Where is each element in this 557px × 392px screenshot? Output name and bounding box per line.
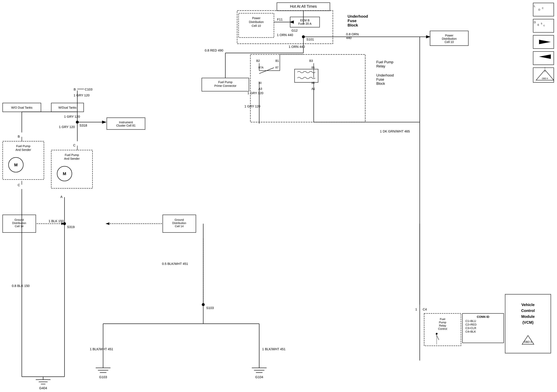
svg-text:Distribution: Distribution xyxy=(12,222,26,224)
svg-rect-181 xyxy=(533,3,554,16)
wiring-diagram: Hot At All Times Power Distribution Cell… xyxy=(0,0,557,392)
svg-text:1 BLK/WHT  451: 1 BLK/WHT 451 xyxy=(90,347,113,351)
svg-text:F11: F11 xyxy=(277,18,283,21)
svg-text:0.8 ORN: 0.8 ORN xyxy=(346,32,359,36)
svg-text:Ground: Ground xyxy=(14,218,24,221)
svg-text:OBD II: OBD II xyxy=(524,341,532,344)
svg-text:Power: Power xyxy=(252,16,261,20)
svg-text:Fuse 20 A: Fuse 20 A xyxy=(298,22,312,25)
svg-text:1 BLK  150: 1 BLK 150 xyxy=(49,219,64,223)
svg-text:G404: G404 xyxy=(39,386,47,390)
svg-text:Fuse: Fuse xyxy=(348,18,357,23)
svg-text:B: B xyxy=(18,135,20,138)
svg-text:B: B xyxy=(74,88,76,91)
svg-text:(VCM): (VCM) xyxy=(522,320,533,325)
svg-text:L: L xyxy=(534,5,535,8)
svg-text:Underhood: Underhood xyxy=(348,14,368,18)
svg-text:Cell 10: Cell 10 xyxy=(252,24,261,27)
svg-text:S103: S103 xyxy=(206,306,214,310)
svg-text:C1=BLU: C1=BLU xyxy=(465,320,476,323)
svg-text:M: M xyxy=(63,171,66,176)
svg-text:Block: Block xyxy=(376,81,385,86)
svg-text:Prime Connector: Prime Connector xyxy=(214,84,236,88)
svg-text:1 BLK/WHT  451: 1 BLK/WHT 451 xyxy=(262,347,286,351)
svg-text:M: M xyxy=(14,163,17,167)
svg-text:86: 86 xyxy=(311,81,315,84)
svg-rect-37 xyxy=(250,55,365,122)
svg-line-165 xyxy=(436,334,439,340)
svg-text:1 DK GRN/WHT 465: 1 DK GRN/WHT 465 xyxy=(380,129,410,133)
svg-text:ECM B: ECM B xyxy=(300,19,309,22)
svg-text:Fuel Pump: Fuel Pump xyxy=(376,60,393,64)
svg-text:Distribution: Distribution xyxy=(172,222,186,224)
svg-text:Cell 10: Cell 10 xyxy=(445,40,454,44)
svg-text:C3=CLR: C3=CLR xyxy=(465,327,476,330)
svg-text:440: 440 xyxy=(346,36,352,40)
svg-text:87: 87 xyxy=(275,66,278,69)
svg-text:G103: G103 xyxy=(99,375,107,379)
svg-text:A: A xyxy=(60,195,63,199)
svg-text:Pump: Pump xyxy=(439,321,446,324)
svg-text:W/O Dual Tanks: W/O Dual Tanks xyxy=(11,106,33,109)
svg-text:Underhood: Underhood xyxy=(376,73,394,77)
svg-text:C2=RED: C2=RED xyxy=(465,323,477,326)
svg-text:Distribution: Distribution xyxy=(249,20,264,24)
svg-text:D: D xyxy=(534,21,536,24)
svg-text:B3: B3 xyxy=(309,59,313,62)
svg-text:C: C xyxy=(73,144,75,147)
svg-text:1: 1 xyxy=(415,308,417,311)
svg-text:C4=BLK: C4=BLK xyxy=(465,330,476,333)
svg-text:Ground: Ground xyxy=(174,218,184,221)
svg-text:G12: G12 xyxy=(291,29,298,32)
wiring-svg: Hot At All Times Power Distribution Cell… xyxy=(0,0,557,392)
svg-text:And Sender: And Sender xyxy=(64,157,80,160)
svg-text:1 GRY  120: 1 GRY 120 xyxy=(59,125,75,129)
svg-text:W/Dual Tanks: W/Dual Tanks xyxy=(58,106,76,109)
svg-point-166 xyxy=(436,333,438,335)
svg-text:Cell 14: Cell 14 xyxy=(175,225,184,228)
svg-text:30: 30 xyxy=(258,81,262,84)
svg-text:0.5 BLK/WHT  451: 0.5 BLK/WHT 451 xyxy=(162,262,188,266)
svg-text:0.8 RED 490: 0.8 RED 490 xyxy=(205,48,223,52)
svg-text:Relay: Relay xyxy=(376,64,385,68)
svg-text:Cell 14: Cell 14 xyxy=(15,225,24,228)
svg-text:!: ! xyxy=(544,67,545,70)
svg-text:S319: S319 xyxy=(67,225,74,229)
svg-text:1 ORN 440: 1 ORN 440 xyxy=(289,45,305,48)
svg-text:Fuel: Fuel xyxy=(440,318,445,321)
svg-point-140 xyxy=(202,303,205,306)
svg-text:B1: B1 xyxy=(275,59,279,62)
svg-text:85: 85 xyxy=(311,66,315,69)
svg-text:Relay: Relay xyxy=(439,324,446,327)
hot-at-all-times-label: Hot At All Times xyxy=(290,4,317,8)
svg-text:A1: A1 xyxy=(311,87,315,90)
svg-text:S318: S318 xyxy=(80,124,87,127)
svg-text:Fuel Pump: Fuel Pump xyxy=(65,153,79,157)
svg-text:Control: Control xyxy=(438,327,447,330)
svg-text:1 GRY  120: 1 GRY 120 xyxy=(245,104,260,108)
svg-text:Fuse: Fuse xyxy=(376,77,384,81)
svg-text:OBD II: OBD II xyxy=(542,77,548,80)
svg-text:C: C xyxy=(543,24,545,27)
svg-text:Module: Module xyxy=(521,314,535,319)
svg-text:C: C xyxy=(542,7,543,9)
svg-text:Cluster Cell 81: Cluster Cell 81 xyxy=(116,124,136,127)
svg-text:Vehicle: Vehicle xyxy=(521,303,535,307)
svg-text:S: S xyxy=(541,22,542,25)
svg-text:Fuel Pump: Fuel Pump xyxy=(16,144,31,148)
svg-text:C: C xyxy=(18,183,20,187)
svg-text:Block: Block xyxy=(348,23,358,27)
svg-text:And Sender: And Sender xyxy=(16,148,31,152)
svg-text:Fuel Pump: Fuel Pump xyxy=(218,80,233,84)
svg-text:O: O xyxy=(538,8,540,11)
svg-text:E: E xyxy=(538,24,539,26)
svg-text:S101: S101 xyxy=(306,38,314,41)
svg-text:CONN ID: CONN ID xyxy=(477,315,489,319)
svg-text:C103: C103 xyxy=(85,88,92,91)
svg-text:Control: Control xyxy=(521,308,535,313)
svg-text:1 GRY  120: 1 GRY 120 xyxy=(64,115,80,119)
svg-text:Power: Power xyxy=(445,34,453,37)
svg-text:G104: G104 xyxy=(255,375,263,379)
svg-text:1 ORN 440: 1 ORN 440 xyxy=(277,33,293,37)
svg-rect-52 xyxy=(295,69,318,82)
